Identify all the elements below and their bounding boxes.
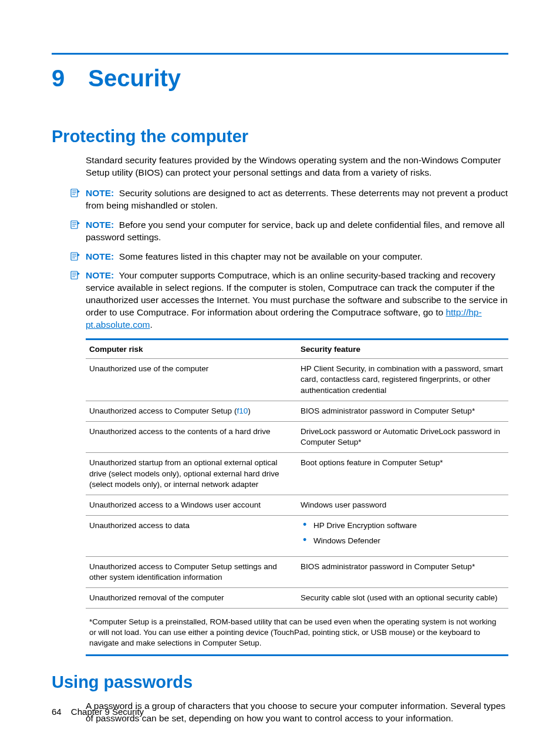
f10-key: f10 (237, 406, 248, 415)
feature-cell: Boot options feature in Computer Setup* (297, 453, 508, 495)
risk-cell: Unauthorized access to the contents of a… (86, 421, 297, 452)
table-row: Unauthorized use of the computer HP Clie… (86, 359, 508, 401)
table-row: Unauthorized access to the contents of a… (86, 421, 508, 452)
note-1-text: Security solutions are designed to act a… (86, 188, 508, 210)
note-4-text-a: Your computer supports Computrace, which… (86, 270, 508, 317)
table-footnote: *Computer Setup is a preinstalled, ROM-b… (86, 613, 508, 656)
section-protecting-heading: Protecting the computer (52, 127, 508, 146)
note-2: NOTE: Before you send your computer for … (70, 219, 508, 244)
note-2-text: Before you send your computer for servic… (86, 220, 504, 242)
top-rule (52, 53, 508, 55)
feature-cell: HP Drive Encryption software Windows Def… (297, 516, 508, 556)
note-4: NOTE: Your computer supports Computrace,… (70, 270, 508, 331)
feature-cell: Security cable slot (used with an option… (297, 588, 508, 609)
note-icon (70, 188, 81, 199)
note-label: NOTE: (86, 270, 114, 280)
note-3-text: Some features listed in this chapter may… (119, 251, 423, 261)
table-row: Unauthorized removal of the computer Sec… (86, 588, 508, 609)
table-header-risk: Computer risk (86, 340, 297, 359)
risk-cell: Unauthorized access to data (86, 516, 297, 556)
feature-cell: HP Client Security, in combination with … (297, 359, 508, 401)
risk-cell: Unauthorized access to a Windows user ac… (86, 495, 297, 516)
risk-cell: Unauthorized startup from an optional ex… (86, 453, 297, 495)
risk-cell: Unauthorized access to Computer Setup se… (86, 556, 297, 587)
section-passwords-intro: A password is a group of characters that… (86, 700, 508, 725)
feature-cell: BIOS administrator password in Computer … (297, 556, 508, 587)
page-number: 64 (52, 707, 62, 717)
section-passwords-heading: Using passwords (52, 673, 508, 692)
note-label: NOTE: (86, 220, 114, 230)
note-label: NOTE: (86, 188, 114, 198)
table-row: Unauthorized access to Computer Setup se… (86, 556, 508, 587)
note-icon (70, 270, 81, 281)
risk-cell: Unauthorized removal of the computer (86, 588, 297, 609)
security-table: Computer risk Security feature Unauthori… (86, 338, 508, 609)
feature-cell: Windows user password (297, 495, 508, 516)
risk-cell: Unauthorized use of the computer (86, 359, 297, 401)
feature-list-item: HP Drive Encryption software (301, 520, 505, 531)
table-row: Unauthorized startup from an optional ex… (86, 453, 508, 495)
note-4-text-b: . (150, 320, 152, 330)
feature-cell: DriveLock password or Automatic DriveLoc… (297, 421, 508, 452)
table-row: Unauthorized access to Computer Setup (f… (86, 401, 508, 421)
page-footer: 64 Chapter 9 Security (52, 707, 144, 717)
table-row: Unauthorized access to data HP Drive Enc… (86, 516, 508, 556)
note-label: NOTE: (86, 251, 114, 261)
table-row: Unauthorized access to a Windows user ac… (86, 495, 508, 516)
chapter-title: Security (88, 65, 181, 92)
note-icon (70, 220, 81, 231)
feature-list-item: Windows Defender (301, 536, 505, 546)
footer-text: Chapter 9 Security (71, 707, 144, 717)
chapter-number: 9 (52, 65, 65, 92)
note-3: NOTE: Some features listed in this chapt… (70, 251, 508, 263)
chapter-header: 9 Security (52, 65, 508, 92)
note-1: NOTE: Security solutions are designed to… (70, 187, 508, 212)
feature-cell: BIOS administrator password in Computer … (297, 401, 508, 421)
table-header-feature: Security feature (297, 340, 508, 359)
note-icon (70, 251, 81, 263)
section-protecting-intro: Standard security features provided by t… (86, 154, 508, 179)
risk-cell: Unauthorized access to Computer Setup (f… (86, 401, 297, 421)
